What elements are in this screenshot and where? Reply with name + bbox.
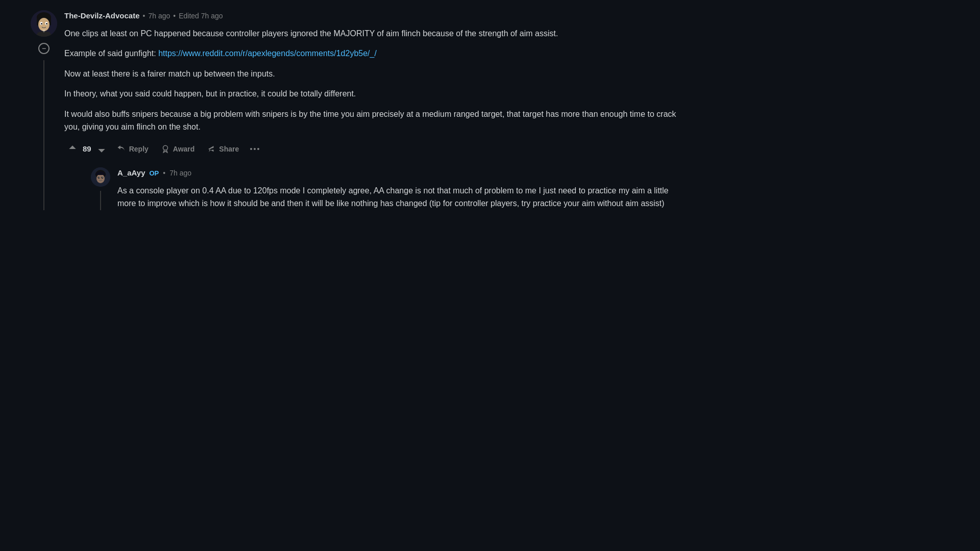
comment-username[interactable]: The-Devilz-Advocate xyxy=(64,10,140,22)
reply-icon xyxy=(117,144,126,154)
svg-point-9 xyxy=(163,145,167,150)
more-dot-1 xyxy=(250,148,252,150)
svg-point-12 xyxy=(96,174,105,183)
comment-paragraph-2: Example of said gunfight: https://www.re… xyxy=(64,47,684,60)
svg-point-8 xyxy=(46,23,47,24)
comment-paragraph-5: It would also buffs snipers because a bi… xyxy=(64,108,684,134)
comment-edited: Edited 7h ago xyxy=(179,11,223,21)
downvote-icon xyxy=(96,144,107,154)
thread-line[interactable] xyxy=(43,60,44,210)
svg-point-16 xyxy=(102,177,103,178)
downvote-button[interactable] xyxy=(93,141,110,157)
collapse-icon: − xyxy=(42,45,46,52)
svg-point-14 xyxy=(102,177,104,179)
svg-point-13 xyxy=(98,177,100,179)
share-button[interactable]: Share xyxy=(202,141,244,157)
reply-button[interactable]: Reply xyxy=(112,141,154,157)
upvote-icon xyxy=(67,144,78,154)
comment-timestamp: 7h ago xyxy=(148,11,170,21)
award-icon xyxy=(161,144,170,154)
reply-header: A_aAyy OP • 7h ago xyxy=(117,167,684,179)
avatar-devilz xyxy=(31,10,57,37)
award-button[interactable]: Award xyxy=(156,141,200,157)
comment-paragraph-1: One clips at least on PC happened becaus… xyxy=(64,27,684,40)
comment-paragraph-3: Now at least there is a fairer match up … xyxy=(64,67,684,81)
reply-thread-line xyxy=(100,191,101,210)
upvote-button[interactable] xyxy=(64,141,81,157)
more-dot-3 xyxy=(257,148,259,150)
reply-username[interactable]: A_aAyy xyxy=(117,167,145,179)
op-badge: OP xyxy=(149,168,159,179)
action-bar: 89 Reply xyxy=(64,141,684,157)
reply-timestamp: 7h ago xyxy=(169,168,191,179)
svg-point-7 xyxy=(41,23,42,24)
more-options-button[interactable] xyxy=(246,145,263,153)
svg-point-4 xyxy=(38,18,50,31)
comment-header: The-Devilz-Advocate • 7h ago • Edited 7h… xyxy=(64,10,684,22)
reply-content: A_aAyy OP • 7h ago As a console player o… xyxy=(117,167,684,210)
collapse-button[interactable]: − xyxy=(38,43,50,54)
vote-count: 89 xyxy=(83,143,91,155)
example-link[interactable]: https://www.reddit.com/r/apexlegends/com… xyxy=(158,49,377,58)
reply-section: A_aAyy OP • 7h ago As a console player o… xyxy=(91,167,684,210)
share-icon xyxy=(207,144,216,154)
reply-text: As a console player on 0.4 AA due to 120… xyxy=(117,184,684,210)
avatar-aayy xyxy=(91,167,110,187)
svg-point-15 xyxy=(99,177,99,178)
comment-paragraph-4: In theory, what you said could happen, b… xyxy=(64,87,684,101)
more-dot-2 xyxy=(254,148,256,150)
